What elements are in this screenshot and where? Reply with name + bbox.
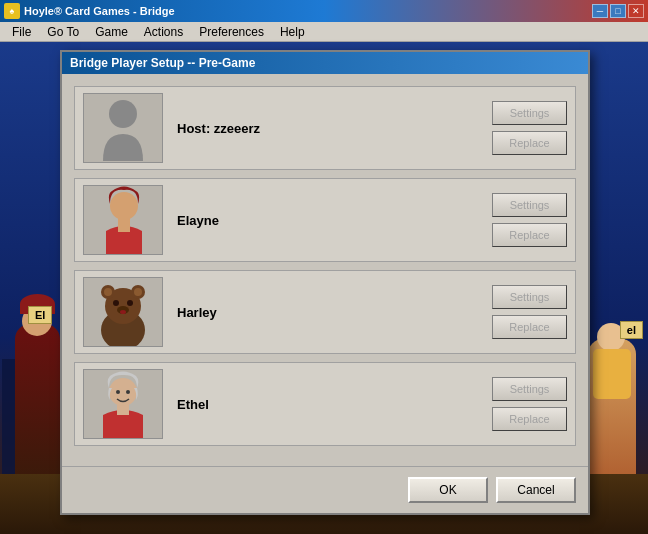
dialog-title: Bridge Player Setup -- Pre-Game [62,52,588,74]
elayne-avatar-icon [96,186,151,254]
menu-actions[interactable]: Actions [136,23,191,41]
svg-point-9 [113,300,119,306]
svg-point-1 [110,192,138,220]
app-icon: ♠ [4,3,20,19]
settings-button-harley[interactable]: Settings [492,285,567,309]
avatar-harley [83,277,163,347]
avatar-host [83,93,163,163]
svg-point-16 [126,390,130,394]
cancel-button[interactable]: Cancel [496,477,576,503]
player-buttons-harley: Settings Replace [492,285,567,339]
ok-button[interactable]: OK [408,477,488,503]
svg-rect-2 [118,218,130,232]
player-name-harley: Harley [173,305,492,320]
svg-point-7 [104,288,112,296]
maximize-button[interactable]: □ [610,4,626,18]
player-setup-dialog: Bridge Player Setup -- Pre-Game Host: zz… [60,50,590,515]
character-right [588,339,636,479]
menu-bar: File Go To Game Actions Preferences Help [0,22,648,42]
silhouette-icon [98,96,148,161]
minimize-button[interactable]: ─ [592,4,608,18]
title-bar-left: ♠ Hoyle® Card Games - Bridge [4,3,175,19]
score-tag-right: el [620,321,643,339]
avatar-ethel [83,369,163,439]
close-button[interactable]: ✕ [628,4,644,18]
menu-file[interactable]: File [4,23,39,41]
title-bar: ♠ Hoyle® Card Games - Bridge ─ □ ✕ [0,0,648,22]
dialog-footer: OK Cancel [62,466,588,513]
player-row-host: Host: zzeeerz Settings Replace [74,86,576,170]
ethel-avatar-icon [98,370,148,438]
settings-button-ethel[interactable]: Settings [492,377,567,401]
settings-button-elayne[interactable]: Settings [492,193,567,217]
replace-button-elayne[interactable]: Replace [492,223,567,247]
character-left [15,324,60,479]
player-buttons-elayne: Settings Replace [492,193,567,247]
player-name-elayne: Elayne [173,213,492,228]
replace-button-ethel[interactable]: Replace [492,407,567,431]
title-bar-buttons: ─ □ ✕ [592,4,644,18]
player-name-host: Host: zzeeerz [173,121,492,136]
svg-point-8 [134,288,142,296]
player-row-ethel: Ethel Settings Replace [74,362,576,446]
settings-button-host[interactable]: Settings [492,101,567,125]
player-buttons-host: Settings Replace [492,101,567,155]
player-name-ethel: Ethel [173,397,492,412]
harley-avatar-icon [93,278,153,346]
menu-preferences[interactable]: Preferences [191,23,272,41]
menu-help[interactable]: Help [272,23,313,41]
menu-goto[interactable]: Go To [39,23,87,41]
svg-point-15 [116,390,120,394]
replace-button-harley[interactable]: Replace [492,315,567,339]
player-buttons-ethel: Settings Replace [492,377,567,431]
player-row-harley: Harley Settings Replace [74,270,576,354]
avatar-elayne [83,185,163,255]
svg-point-0 [109,100,137,128]
player-row-elayne: Elayne Settings Replace [74,178,576,262]
dialog-content: Host: zzeeerz Settings Replace Elayne [62,74,588,466]
score-tag-left: El [28,306,52,324]
replace-button-host[interactable]: Replace [492,131,567,155]
svg-point-12 [120,310,126,314]
menu-game[interactable]: Game [87,23,136,41]
window-title: Hoyle® Card Games - Bridge [24,5,175,17]
svg-point-10 [127,300,133,306]
